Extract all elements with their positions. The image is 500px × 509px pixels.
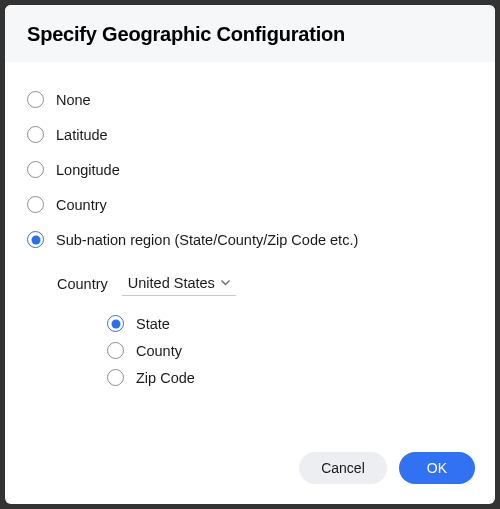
radio-icon [27,161,44,178]
radio-icon [27,126,44,143]
country-dropdown[interactable]: United States [122,271,236,296]
dropdown-value: United States [128,275,215,291]
subnation-radios: State County Zip Code [57,306,473,391]
cancel-button[interactable]: Cancel [299,452,387,484]
option-label: State [136,316,170,332]
radio-icon [27,231,44,248]
dialog-footer: Cancel OK [5,436,495,504]
option-none[interactable]: None [27,82,473,117]
country-row: Country United States [57,265,473,306]
geographic-config-dialog: Specify Geographic Configuration None La… [5,5,495,504]
sub-option-state[interactable]: State [107,310,473,337]
radio-icon [107,315,124,332]
radio-icon [27,91,44,108]
option-latitude[interactable]: Latitude [27,117,473,152]
dialog-body: None Latitude Longitude Country Sub-nati… [5,62,495,436]
option-label: None [56,92,91,108]
radio-icon [27,196,44,213]
radio-icon [107,342,124,359]
country-label: Country [57,276,108,292]
sub-option-zip[interactable]: Zip Code [107,364,473,391]
dialog-title: Specify Geographic Configuration [27,23,473,46]
subnation-section: Country United States State County [27,257,473,391]
ok-button[interactable]: OK [399,452,475,484]
option-label: Latitude [56,127,108,143]
option-country[interactable]: Country [27,187,473,222]
option-subnation[interactable]: Sub-nation region (State/County/Zip Code… [27,222,473,257]
option-label: Longitude [56,162,120,178]
option-label: Sub-nation region (State/County/Zip Code… [56,232,358,248]
option-label: Country [56,197,107,213]
chevron-down-icon [221,280,230,286]
radio-icon [107,369,124,386]
dialog-header: Specify Geographic Configuration [5,5,495,62]
option-label: County [136,343,182,359]
sub-option-county[interactable]: County [107,337,473,364]
option-label: Zip Code [136,370,195,386]
option-longitude[interactable]: Longitude [27,152,473,187]
